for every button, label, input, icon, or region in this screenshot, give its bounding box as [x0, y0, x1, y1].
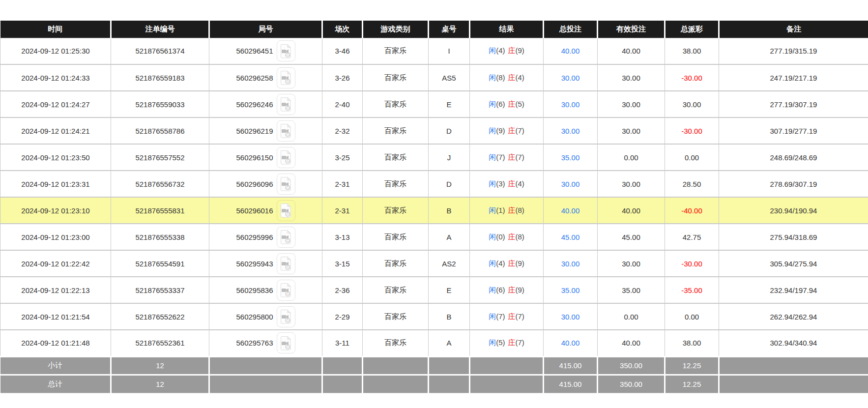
session-cell: 3-15 — [322, 250, 363, 277]
total-empty-cell — [429, 375, 470, 393]
video-replay-button[interactable] — [277, 227, 295, 248]
bet-record-row[interactable]: 2024-09-12 01:22:42 521876554591 5602959… — [0, 250, 868, 277]
bet-record-row[interactable]: 2024-09-12 01:24:21 521876558786 5602962… — [0, 117, 868, 144]
subtotal-empty-cell — [209, 356, 322, 375]
time-cell: 2024-09-12 01:24:21 — [0, 117, 111, 144]
time-cell: 2024-09-12 01:23:10 — [0, 197, 111, 224]
video-replay-button[interactable] — [277, 280, 295, 301]
table-no-cell: E — [429, 91, 470, 117]
game-type-cell: 百家乐 — [363, 64, 429, 91]
total-bet-cell: 40.00 — [544, 197, 598, 224]
session-cell: 2-31 — [322, 171, 363, 197]
banker-result-label: 庄 — [508, 100, 516, 108]
round-id-text: 560295996 — [236, 233, 273, 241]
video-replay-button[interactable] — [277, 332, 295, 353]
time-cell: 2024-09-12 01:21:54 — [0, 303, 111, 330]
player-result-score: (7) — [496, 153, 505, 161]
bet-record-row[interactable]: 2024-09-12 01:21:54 521876552622 5602958… — [0, 303, 868, 330]
banker-result-label: 庄 — [508, 153, 516, 161]
time-cell: 2024-09-12 01:24:33 — [0, 64, 111, 91]
session-cell: 2-36 — [322, 277, 363, 303]
player-result-label: 闲 — [489, 233, 496, 241]
video-file-icon — [280, 150, 292, 165]
video-replay-button[interactable] — [277, 306, 295, 327]
table-no-cell: A — [429, 330, 470, 356]
banker-result-label: 庄 — [508, 338, 516, 347]
video-replay-button[interactable] — [277, 67, 295, 88]
total-total-bet: 415.00 — [544, 375, 598, 393]
banker-result-label: 庄 — [508, 312, 516, 321]
payout-cell: 38.00 — [665, 38, 719, 64]
player-result-score: (0) — [496, 233, 505, 241]
player-result-score: (3) — [496, 179, 505, 188]
round-id-cell: 560295763 — [209, 330, 322, 356]
result-cell: 闲(6)庄(5) — [470, 91, 544, 117]
player-result-label: 闲 — [489, 179, 496, 188]
round-id-cell: 560296451 — [209, 38, 322, 64]
table-body: 2024-09-12 01:25:30 521876561374 5602964… — [0, 38, 868, 356]
round-id-cell: 560296096 — [209, 171, 322, 197]
payout-cell: -40.00 — [665, 197, 719, 224]
remark-cell: 262.94/262.94 — [719, 303, 868, 330]
bet-record-row[interactable]: 2024-09-12 01:23:10 521876555831 5602960… — [0, 197, 868, 224]
video-replay-button[interactable] — [277, 147, 295, 168]
table-header: 时间 注单编号 局号 场次 游戏类别 桌号 结果 总投注 有效投注 总派彩 备注 — [0, 21, 868, 38]
banker-result-score: (8) — [516, 233, 524, 241]
video-replay-button[interactable] — [277, 200, 295, 221]
bet-record-row[interactable]: 2024-09-12 01:24:33 521876559183 5602962… — [0, 64, 868, 91]
total-bet-cell: 30.00 — [544, 117, 598, 144]
banker-result-label: 庄 — [508, 126, 516, 135]
video-replay-button[interactable] — [277, 40, 295, 61]
bet-records-table: 时间 注单编号 局号 场次 游戏类别 桌号 结果 总投注 有效投注 总派彩 备注… — [0, 21, 868, 393]
valid-bet-cell: 40.00 — [598, 330, 665, 356]
result-cell: 闲(0)庄(8) — [470, 224, 544, 250]
bet-record-row[interactable]: 2024-09-12 01:24:27 521876559033 5602962… — [0, 91, 868, 117]
session-cell: 3-13 — [322, 224, 363, 250]
video-file-icon — [280, 123, 292, 138]
video-replay-button[interactable] — [277, 253, 295, 274]
video-replay-button[interactable] — [277, 94, 295, 115]
bet-id-cell: 521876552361 — [111, 330, 209, 356]
bet-record-row[interactable]: 2024-09-12 01:22:13 521876553337 5602958… — [0, 277, 868, 303]
bet-record-row[interactable]: 2024-09-12 01:23:50 521876557552 5602961… — [0, 144, 868, 171]
total-bet-cell: 30.00 — [544, 64, 598, 91]
valid-bet-cell: 30.00 — [598, 171, 665, 197]
result-cell: 闲(3)庄(4) — [470, 171, 544, 197]
table-no-cell: B — [429, 303, 470, 330]
game-type-cell: 百家乐 — [363, 171, 429, 197]
player-result-score: (5) — [496, 338, 505, 347]
bet-record-row[interactable]: 2024-09-12 01:25:30 521876561374 5602964… — [0, 38, 868, 64]
round-id-cell: 560295800 — [209, 303, 322, 330]
result-cell: 闲(4)庄(9) — [470, 250, 544, 277]
total-bet-cell: 30.00 — [544, 91, 598, 117]
player-result-score: (6) — [496, 100, 505, 108]
total-valid-bet: 350.00 — [598, 375, 665, 393]
subtotal-empty-cell — [429, 356, 470, 375]
payout-cell: -30.00 — [665, 64, 719, 91]
round-id-cell: 560295836 — [209, 277, 322, 303]
player-result-label: 闲 — [489, 126, 496, 135]
bet-id-cell: 521876552622 — [111, 303, 209, 330]
column-header-valid-bet: 有效投注 — [598, 21, 665, 38]
result-cell: 闲(4)庄(9) — [470, 38, 544, 64]
valid-bet-cell: 40.00 — [598, 197, 665, 224]
game-type-cell: 百家乐 — [363, 277, 429, 303]
total-bet-cell: 30.00 — [544, 303, 598, 330]
table-no-cell: D — [429, 117, 470, 144]
video-replay-button[interactable] — [277, 174, 295, 195]
column-header-round-id: 局号 — [209, 21, 322, 38]
session-cell: 3-46 — [322, 38, 363, 64]
video-file-icon — [280, 44, 292, 58]
payout-cell: -35.00 — [665, 277, 719, 303]
total-total-payout: 12.25 — [665, 375, 719, 393]
video-replay-button[interactable] — [277, 120, 295, 142]
table-no-cell: D — [429, 171, 470, 197]
time-cell: 2024-09-12 01:23:50 — [0, 144, 111, 171]
bet-record-row[interactable]: 2024-09-12 01:23:31 521876556732 5602960… — [0, 171, 868, 197]
player-result-score: (6) — [496, 286, 505, 294]
bet-record-row[interactable]: 2024-09-12 01:23:00 521876555338 5602959… — [0, 224, 868, 250]
bet-record-row[interactable]: 2024-09-12 01:21:48 521876552361 5602957… — [0, 330, 868, 356]
banker-result-score: (7) — [516, 312, 524, 321]
total-label: 总计 — [0, 375, 111, 393]
column-header-total-payout: 总派彩 — [665, 21, 719, 38]
